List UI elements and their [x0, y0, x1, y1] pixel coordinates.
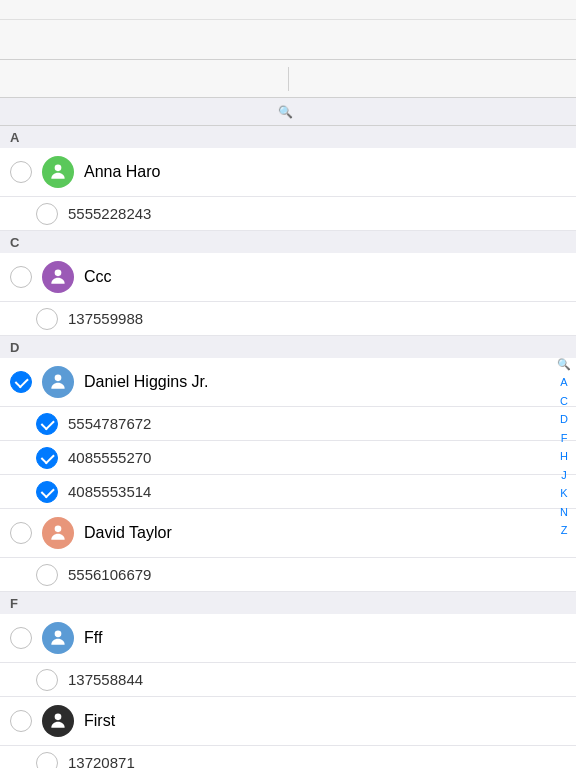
contact-row[interactable]: Ccc: [0, 253, 576, 302]
number-row[interactable]: 13720871: [0, 746, 576, 768]
index-bar-item[interactable]: C: [557, 392, 571, 411]
phone-number: 4085555270: [68, 449, 566, 466]
phone-number: 13720871: [68, 754, 566, 768]
contact-name: First: [84, 712, 566, 730]
toolbar: [0, 60, 576, 98]
contact-name: Fff: [84, 629, 566, 647]
index-bar[interactable]: 🔍ACDFHJKNZ: [554, 126, 574, 768]
number-row[interactable]: 5555228243: [0, 197, 576, 231]
number-select-circle[interactable]: [36, 203, 58, 225]
number-select-circle[interactable]: [36, 308, 58, 330]
number-select-circle[interactable]: [36, 481, 58, 503]
svg-point-3: [55, 526, 62, 533]
contact-select-circle[interactable]: [10, 266, 32, 288]
number-select-circle[interactable]: [36, 564, 58, 586]
search-hint-bar: 🔍: [0, 98, 576, 126]
search-icon: 🔍: [278, 105, 293, 119]
contact-row[interactable]: Daniel Higgins Jr.: [0, 358, 576, 407]
svg-point-2: [55, 375, 62, 382]
avatar: [42, 705, 74, 737]
contact-row[interactable]: David Taylor: [0, 509, 576, 558]
number-row[interactable]: 4085555270: [0, 441, 576, 475]
number-row[interactable]: 137558844: [0, 663, 576, 697]
avatar: [42, 622, 74, 654]
number-select-circle[interactable]: [36, 413, 58, 435]
svg-point-4: [55, 631, 62, 638]
phone-number: 4085553514: [68, 483, 566, 500]
nav-bar: [0, 20, 576, 60]
contact-select-circle[interactable]: [10, 522, 32, 544]
contact-row[interactable]: First: [0, 697, 576, 746]
contact-name: Anna Haro: [84, 163, 566, 181]
phone-number: 5555228243: [68, 205, 566, 222]
contact-select-circle[interactable]: [10, 710, 32, 732]
number-select-circle[interactable]: [36, 669, 58, 691]
number-row[interactable]: 137559988: [0, 302, 576, 336]
avatar: [42, 366, 74, 398]
number-select-circle[interactable]: [36, 752, 58, 769]
contact-name: Daniel Higgins Jr.: [84, 373, 566, 391]
index-bar-item[interactable]: Z: [558, 521, 571, 540]
avatar: [42, 517, 74, 549]
phone-number: 137559988: [68, 310, 566, 327]
svg-point-1: [55, 270, 62, 277]
index-bar-item[interactable]: J: [558, 466, 570, 485]
phone-number: 5554787672: [68, 415, 566, 432]
index-bar-item[interactable]: A: [557, 373, 570, 392]
phone-number: 137558844: [68, 671, 566, 688]
contact-select-circle[interactable]: [10, 161, 32, 183]
contact-row[interactable]: Fff: [0, 614, 576, 663]
index-bar-item[interactable]: H: [557, 447, 571, 466]
status-bar: [0, 0, 576, 20]
section-header: D: [0, 336, 576, 358]
contact-name: David Taylor: [84, 524, 566, 542]
contact-list: 🔍ACDFHJKNZ A Anna Haro5555228243C Ccc137…: [0, 126, 576, 768]
index-bar-item[interactable]: D: [557, 410, 571, 429]
section-header: A: [0, 126, 576, 148]
phone-number: 5556106679: [68, 566, 566, 583]
svg-point-5: [55, 714, 62, 721]
index-bar-item[interactable]: K: [557, 484, 570, 503]
index-bar-item[interactable]: N: [557, 503, 571, 522]
number-row[interactable]: 5554787672: [0, 407, 576, 441]
index-bar-item[interactable]: F: [558, 429, 571, 448]
avatar: [42, 261, 74, 293]
contact-name: Ccc: [84, 268, 566, 286]
contact-select-circle[interactable]: [10, 627, 32, 649]
toolbar-divider: [288, 67, 289, 91]
contact-select-circle[interactable]: [10, 371, 32, 393]
section-header: F: [0, 592, 576, 614]
section-header: C: [0, 231, 576, 253]
index-bar-item[interactable]: 🔍: [554, 355, 574, 374]
number-row[interactable]: 5556106679: [0, 558, 576, 592]
number-select-circle[interactable]: [36, 447, 58, 469]
number-row[interactable]: 4085553514: [0, 475, 576, 509]
contact-row[interactable]: Anna Haro: [0, 148, 576, 197]
avatar: [42, 156, 74, 188]
svg-point-0: [55, 165, 62, 172]
